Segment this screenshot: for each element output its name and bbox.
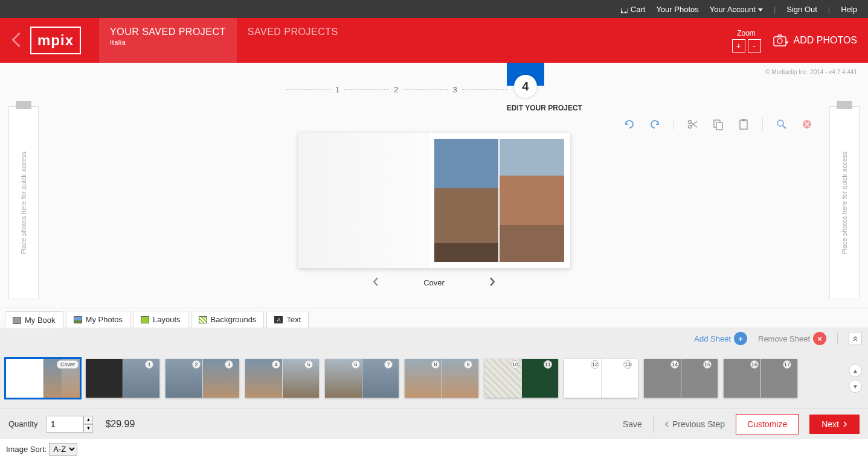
thumb-cover[interactable]: Cover: [6, 359, 80, 398]
back-button[interactable]: [11, 31, 22, 50]
thumb-pages-12-13[interactable]: 12 13: [564, 359, 638, 398]
tab-my-book[interactable]: My Book: [5, 311, 63, 328]
clip-icon: [837, 101, 852, 109]
quantity-down-button[interactable]: ▼: [83, 424, 93, 433]
tab-backgrounds[interactable]: Backgrounds: [191, 311, 265, 328]
photo-dome[interactable]: [500, 139, 564, 262]
page-num: 12: [591, 360, 599, 369]
step-1[interactable]: 1: [330, 85, 344, 94]
zoom-in-button[interactable]: +: [732, 39, 745, 52]
header: mpix YOUR SAVED PROJECT Italia SAVED PRO…: [0, 18, 868, 63]
thumb-pages-4-5[interactable]: 4 5: [245, 359, 319, 398]
camera-plus-icon: [773, 34, 789, 47]
spread-left-page[interactable]: [298, 133, 429, 268]
actionbar: Quantity ▲ ▼ $29.99 Save Previous Step C…: [0, 408, 868, 439]
tab-saved-projects[interactable]: SAVED PROJECTS: [237, 18, 349, 63]
quantity-input[interactable]: [46, 416, 83, 433]
next-button[interactable]: Next: [809, 415, 860, 434]
text-icon: A: [274, 316, 283, 323]
scroll-up-button[interactable]: ▲: [849, 364, 862, 377]
page-num: 15: [703, 360, 712, 369]
book-icon: [13, 317, 21, 324]
prev-page-button[interactable]: [370, 276, 381, 289]
left-photo-tray[interactable]: Place photos here for quick access: [8, 106, 39, 299]
separator: [762, 118, 763, 130]
warning-icon[interactable]: [800, 118, 814, 130]
scroll-down-button[interactable]: ▼: [849, 380, 862, 393]
zoom-label: Zoom: [732, 29, 761, 37]
separator: [674, 118, 674, 130]
photo-tower[interactable]: [434, 139, 498, 262]
tab-your-saved-project[interactable]: YOUR SAVED PROJECT Italia: [99, 18, 237, 63]
page-num: 10: [511, 360, 519, 369]
sort-row: Image Sort: A-Z: [0, 439, 868, 459]
price-text: $29.99: [105, 419, 135, 430]
thumb-pages-10-11[interactable]: 10 11: [484, 359, 558, 398]
logo[interactable]: mpix: [30, 27, 81, 54]
page-num: 9: [464, 360, 472, 369]
tray-hint: Place photos here for quick access: [841, 151, 848, 255]
sort-label: Image Sort:: [6, 445, 47, 454]
layouts-icon: [141, 316, 149, 323]
svg-point-1: [777, 39, 782, 43]
copy-icon[interactable]: [712, 118, 725, 130]
collapse-panel-button[interactable]: [849, 332, 862, 345]
your-account-link[interactable]: Your Account: [710, 5, 763, 14]
svg-rect-5: [716, 122, 722, 130]
thumb-pages-8-9[interactable]: 8 9: [405, 359, 478, 398]
step-2[interactable]: 2: [389, 85, 403, 94]
tab-layouts[interactable]: Layouts: [133, 311, 188, 328]
zoom-out-button[interactable]: -: [748, 39, 761, 52]
delete-icon: ×: [813, 332, 826, 345]
preview-icon[interactable]: [775, 118, 788, 130]
thumb-pages-2-3[interactable]: 2 3: [166, 359, 239, 398]
photos-icon: [74, 316, 82, 323]
thumb-pages-14-15[interactable]: 14 15: [644, 359, 718, 398]
page-num: 11: [544, 360, 552, 369]
save-button[interactable]: Save: [623, 419, 642, 429]
page-num: 16: [750, 360, 759, 369]
sheet-actions: Add Sheet+ Remove Sheet×: [0, 328, 868, 349]
previous-step-button[interactable]: Previous Step: [664, 419, 725, 429]
svg-rect-7: [742, 119, 745, 121]
chevron-down-icon: [758, 8, 763, 11]
chevron-up-double-icon: [852, 335, 858, 342]
canvas: Cover: [298, 133, 570, 289]
quantity-label: Quantity: [8, 419, 37, 428]
customize-button[interactable]: Customize: [736, 414, 799, 434]
tab-title: SAVED PROJECTS: [248, 27, 338, 37]
next-page-button[interactable]: [487, 276, 498, 289]
page-num: 2: [192, 360, 201, 369]
pager-label: Cover: [423, 278, 445, 287]
right-photo-tray[interactable]: Place photos here for quick access: [829, 106, 860, 299]
add-photos-button[interactable]: ADD PHOTOS: [773, 34, 858, 47]
tray-hint: Place photos here for quick access: [20, 151, 27, 255]
thumb-pages-16-17[interactable]: 16 17: [724, 359, 797, 398]
separator: |: [774, 5, 776, 14]
redo-icon[interactable]: [648, 118, 661, 130]
thumb-pages-1[interactable]: 1: [86, 359, 159, 398]
chevron-left-icon: [11, 31, 22, 48]
cart-link[interactable]: Cart: [620, 5, 646, 14]
page-num: 1: [145, 360, 153, 369]
page-num: 5: [304, 360, 313, 369]
tab-my-photos[interactable]: My Photos: [66, 311, 130, 328]
zoom-control: Zoom + -: [732, 29, 761, 52]
add-sheet-button[interactable]: Add Sheet+: [694, 332, 747, 345]
workspace: © Mediaclip Inc. 2014 - v4.7.4.441 1 2 3…: [0, 63, 868, 308]
help-link[interactable]: Help: [841, 5, 857, 14]
remove-sheet-button[interactable]: Remove Sheet×: [758, 332, 826, 345]
undo-icon[interactable]: [623, 118, 636, 130]
book-spread[interactable]: [298, 133, 570, 268]
sign-out-link[interactable]: Sign Out: [786, 5, 817, 14]
paste-icon[interactable]: [737, 118, 750, 130]
quantity-up-button[interactable]: ▲: [83, 416, 93, 424]
sort-select[interactable]: A-Z: [49, 443, 77, 456]
your-photos-link[interactable]: Your Photos: [656, 5, 698, 14]
step-4-number: 4: [514, 75, 537, 98]
spread-right-page[interactable]: [428, 133, 570, 268]
thumb-pages-6-7[interactable]: 6 7: [325, 359, 399, 398]
step-3[interactable]: 3: [448, 85, 462, 94]
tab-text[interactable]: AText: [266, 311, 309, 328]
scissors-icon[interactable]: [686, 118, 699, 130]
